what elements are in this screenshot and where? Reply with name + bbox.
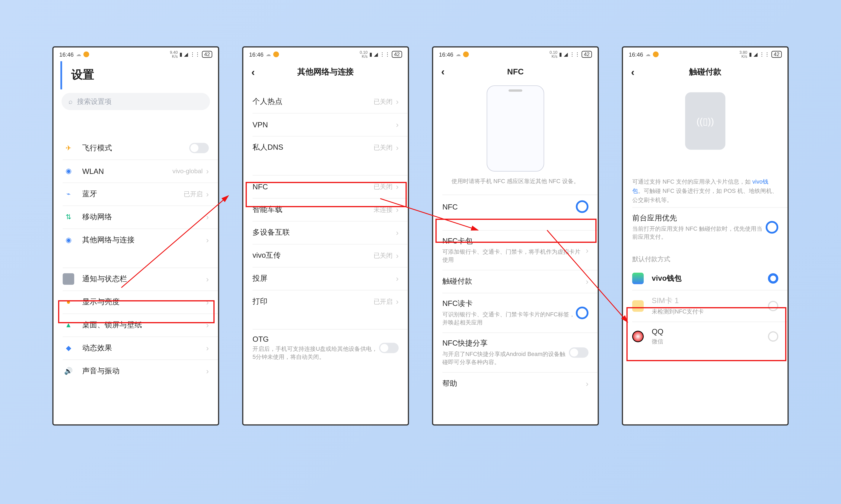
status-bar: 16:46 ☁ 0.10K/s ▮ ◢ ⋮⋮ 42 xyxy=(433,47,598,61)
row-nfc[interactable]: NFC 已关闭 › xyxy=(243,175,408,198)
row-hotspot[interactable]: 个人热点 已关闭 › xyxy=(243,90,408,113)
row-motion[interactable]: ◆ 动态效果 › xyxy=(53,337,218,360)
row-nfc-read[interactable]: NFC读卡 可识别银行卡、交通卡、门禁卡等卡片的NFC标签，并唤起相关应用 xyxy=(433,293,598,332)
chevron-right-icon: › xyxy=(396,143,399,152)
chevron-right-icon: › xyxy=(206,212,209,221)
row-nfc-share[interactable]: NFC快捷分享 与开启了NFC快捷分享或Android Beam的设备触碰即可分… xyxy=(433,332,598,372)
chevron-right-icon: › xyxy=(396,120,399,129)
wifi-icon: ⋮⋮ xyxy=(190,51,200,57)
chevron-right-icon: › xyxy=(396,274,399,283)
row-other-network[interactable]: ◉ 其他网络与连接 › xyxy=(53,229,218,252)
row-multidevice[interactable]: 多设备互联 › xyxy=(243,221,408,244)
chevron-right-icon: › xyxy=(206,366,209,376)
weibo-icon xyxy=(653,51,659,57)
airplane-icon: ✈ xyxy=(63,142,74,154)
signal-icon: ◢ xyxy=(184,51,188,57)
battery-icon: 42 xyxy=(392,51,402,58)
battery-icon: 42 xyxy=(202,51,212,58)
row-pay-qq[interactable]: QQ 微信 xyxy=(623,322,788,352)
status-bar: 16:46 ☁ 9.40K/s ▮ ◢ ⋮⋮ 42 xyxy=(53,47,218,61)
battery-icon: 42 xyxy=(582,51,592,58)
weibo-icon xyxy=(273,51,279,57)
radio-unselected[interactable] xyxy=(768,301,778,311)
hd-icon: ▮ xyxy=(559,51,562,57)
row-wlan[interactable]: ◉ WLAN vivo-global › xyxy=(53,159,218,182)
weather-icon: ☁ xyxy=(266,51,271,57)
back-button[interactable]: ‹ xyxy=(252,66,255,78)
chevron-right-icon: › xyxy=(586,277,588,286)
fg-priority-toggle[interactable] xyxy=(766,221,778,233)
screen-nfc: 16:46 ☁ 0.10K/s ▮ ◢ ⋮⋮ 42 ‹ NFC 使用时请将手机 … xyxy=(432,47,599,426)
row-notifications[interactable]: 通知与状态栏 › xyxy=(53,268,218,290)
weather-icon: ☁ xyxy=(646,51,651,57)
screen-tap-pay: 16:46 ☁ 3.80K/s ▮ ◢ ⋮⋮ 42 ‹ 触碰付款 ((▯)) 可… xyxy=(622,47,789,426)
page-title: 设置 xyxy=(61,61,218,90)
sim-icon xyxy=(632,300,644,311)
chevron-right-icon: › xyxy=(396,228,399,237)
wifi-icon: ⋮⋮ xyxy=(380,51,390,57)
chevron-right-icon: › xyxy=(396,182,399,191)
chevron-right-icon: › xyxy=(586,246,588,255)
weibo-icon xyxy=(463,51,469,57)
row-mobile[interactable]: ⇅ 移动网络 › xyxy=(53,205,218,229)
sound-icon: 🔊 xyxy=(63,365,74,377)
row-pay-vivo[interactable]: vivo钱包 xyxy=(623,267,788,290)
row-cast[interactable]: 投屏 › xyxy=(243,267,408,290)
row-vivoshare[interactable]: vivo互传 已关闭 › xyxy=(243,244,408,267)
row-pay-sim[interactable]: SIM卡 1 未检测到NFC支付卡 xyxy=(623,290,788,322)
row-airplane[interactable]: ✈ 飞行模式 xyxy=(53,137,218,160)
airplane-toggle[interactable] xyxy=(189,143,209,153)
weather-icon: ☁ xyxy=(456,51,461,57)
row-cardbag[interactable]: NFC卡包 可添加银行卡、交通卡、门禁卡，将手机作为虚拟卡片使用 › xyxy=(433,230,598,270)
back-button[interactable]: ‹ xyxy=(441,66,445,78)
chevron-right-icon: › xyxy=(396,97,399,106)
back-button[interactable]: ‹ xyxy=(631,66,635,78)
row-desktop[interactable]: ▲ 桌面、锁屏与壁纸 › xyxy=(53,313,218,337)
notification-icon xyxy=(63,273,74,285)
chevron-right-icon: › xyxy=(206,274,209,284)
nfc-share-toggle[interactable] xyxy=(569,347,588,358)
pay-description: 可通过支持 NFC 支付的应用录入卡片信息，如 vivo钱包。可触碰 NFC 设… xyxy=(623,173,788,207)
signal-icon: ◢ xyxy=(374,51,378,57)
weather-icon: ☁ xyxy=(76,51,81,57)
chevron-right-icon: › xyxy=(206,298,209,307)
row-vpn[interactable]: VPN › xyxy=(243,113,408,136)
radio-unselected[interactable] xyxy=(768,331,778,342)
animation-icon: ◆ xyxy=(63,342,74,354)
chevron-right-icon: › xyxy=(206,166,209,176)
hd-icon: ▮ xyxy=(370,51,372,57)
row-otg[interactable]: OTG 开启后，手机可支持连接U盘或给其他设备供电，5分钟未使用，将自动关闭。 xyxy=(243,329,408,367)
row-help[interactable]: 帮助 › xyxy=(433,372,598,395)
row-print[interactable]: 打印 已开启 › xyxy=(243,290,408,313)
row-dns[interactable]: 私人DNS 已关闭 › xyxy=(243,136,408,159)
chevron-right-icon: › xyxy=(206,343,209,353)
page-title: 其他网络与连接 xyxy=(252,67,400,77)
section-default-pay: 默认付款方式 xyxy=(623,247,788,267)
phone-illustration xyxy=(486,85,544,172)
vivo-wallet-icon xyxy=(632,273,644,284)
otg-toggle[interactable] xyxy=(379,343,399,353)
row-bluetooth[interactable]: ⌁ 蓝牙 已开启 › xyxy=(53,182,218,205)
chevron-right-icon: › xyxy=(586,379,588,388)
row-sound[interactable]: 🔊 声音与振动 › xyxy=(53,360,218,382)
status-bar: 16:46 ☁ 3.80K/s ▮ ◢ ⋮⋮ 42 xyxy=(623,47,788,61)
chevron-right-icon: › xyxy=(206,320,209,330)
search-input[interactable]: ⌕ 搜索设置项 xyxy=(62,93,210,110)
search-icon: ⌕ xyxy=(68,97,72,106)
row-nfc-switch[interactable]: NFC xyxy=(433,195,598,219)
signal-icon: ◢ xyxy=(754,51,758,57)
row-tap-pay[interactable]: 触碰付款 › xyxy=(433,270,598,293)
hd-icon: ▮ xyxy=(179,51,182,57)
row-car[interactable]: 智能车载 未连接 › xyxy=(243,198,408,221)
pay-illustration: ((▯)) xyxy=(685,92,725,150)
mobile-data-icon: ⇅ xyxy=(63,211,74,222)
screen-other-network: 16:46 ☁ 0.10K/s ▮ ◢ ⋮⋮ 42 ‹ 其他网络与连接 个人热点… xyxy=(242,47,409,426)
battery-icon: 42 xyxy=(771,51,782,58)
nfc-read-toggle[interactable] xyxy=(576,306,588,319)
nfc-toggle[interactable] xyxy=(576,200,588,213)
radio-selected[interactable] xyxy=(768,273,778,284)
status-time: 16:46 xyxy=(59,51,74,58)
row-display[interactable]: ● 显示与亮度 › xyxy=(53,290,218,313)
row-foreground-priority[interactable]: 前台应用优先 当前打开的应用支持 NFC 触碰付款时，优先使用当前应用支付。 xyxy=(623,207,788,247)
chevron-right-icon: › xyxy=(206,189,209,199)
